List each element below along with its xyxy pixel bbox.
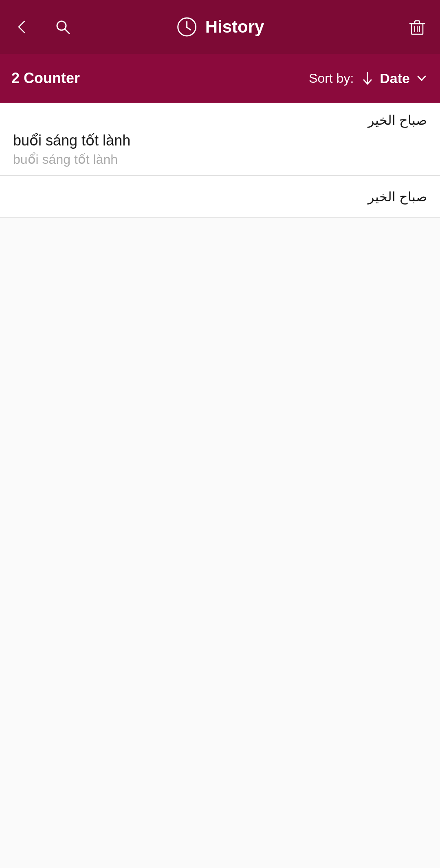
search-button[interactable] <box>51 15 75 39</box>
history-item[interactable]: صباح الخير buổi sáng tốt lành buổi sáng … <box>0 103 440 176</box>
sort-value-label: Date <box>380 70 410 86</box>
item-input-text: buổi sáng tốt lành <box>13 152 427 167</box>
back-icon <box>13 18 31 36</box>
svg-line-1 <box>65 29 69 33</box>
history-list: صباح الخير buổi sáng tốt lành buổi sáng … <box>0 103 440 868</box>
item-source-text: صباح الخير <box>13 112 427 128</box>
search-icon <box>54 18 72 36</box>
divider <box>0 217 440 218</box>
sort-section: Sort by: Date <box>309 70 429 86</box>
trash-icon <box>407 17 427 37</box>
header-left-actions <box>10 15 75 39</box>
subheader: 2 Counter Sort by: Date <box>0 54 440 103</box>
clock-icon <box>176 16 198 38</box>
back-button[interactable] <box>10 15 34 39</box>
app-header: History <box>0 0 440 54</box>
history-item[interactable]: صباح الخير <box>0 176 440 217</box>
chevron-down-icon <box>415 71 429 85</box>
sort-down-icon <box>360 71 375 86</box>
delete-button[interactable] <box>404 14 430 40</box>
sort-dropdown-button[interactable]: Date <box>360 70 429 86</box>
item-translation-text: buổi sáng tốt lành <box>13 132 427 149</box>
sort-by-label: Sort by: <box>309 71 354 86</box>
item-source-text: صباح الخير <box>13 189 427 205</box>
svg-line-4 <box>187 27 191 30</box>
header-title: History <box>205 17 264 37</box>
header-right-actions <box>404 14 430 40</box>
counter-label: 2 Counter <box>11 70 309 87</box>
header-center: History <box>176 16 264 38</box>
